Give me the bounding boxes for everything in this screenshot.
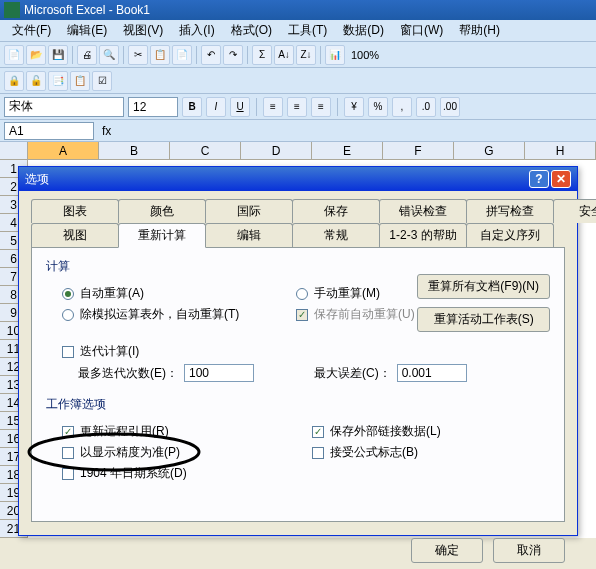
column-header[interactable]: C	[170, 142, 241, 159]
tab-颜色[interactable]: 颜色	[118, 199, 206, 223]
undo-icon[interactable]: ↶	[201, 45, 221, 65]
menu-item[interactable]: 工具(T)	[280, 20, 335, 41]
except-tables-radio[interactable]	[62, 309, 74, 321]
tab-编辑[interactable]: 编辑	[205, 223, 293, 247]
cut-icon[interactable]: ✂	[128, 45, 148, 65]
column-header[interactable]: A	[28, 142, 99, 159]
tab-错误检查[interactable]: 错误检查	[379, 199, 467, 223]
decimal-inc-icon[interactable]: .0	[416, 97, 436, 117]
recalc-sheet-button[interactable]: 重算活动工作表(S)	[417, 307, 550, 332]
accept-formula-labels-label: 接受公式标志(B)	[330, 444, 418, 461]
new-icon[interactable]: 📄	[4, 45, 24, 65]
column-header[interactable]: D	[241, 142, 312, 159]
tab-图表[interactable]: 图表	[31, 199, 119, 223]
save-external-links-label: 保存外部链接数据(L)	[330, 423, 441, 440]
column-header[interactable]: F	[383, 142, 454, 159]
preview-icon[interactable]: 🔍	[99, 45, 119, 65]
column-header[interactable]: G	[454, 142, 525, 159]
precision-as-displayed-checkbox[interactable]	[62, 447, 74, 459]
save-icon[interactable]: 💾	[48, 45, 68, 65]
comma-icon[interactable]: ,	[392, 97, 412, 117]
underline-button[interactable]: U	[230, 97, 250, 117]
update-remote-label: 更新远程引用(R)	[80, 423, 169, 440]
redo-icon[interactable]: ↷	[223, 45, 243, 65]
update-remote-checkbox[interactable]	[62, 426, 74, 438]
auto-recalc-radio[interactable]	[62, 288, 74, 300]
currency-icon[interactable]: ¥	[344, 97, 364, 117]
tab-视图[interactable]: 视图	[31, 223, 119, 247]
font-size-combo[interactable]: 12	[128, 97, 178, 117]
save-external-links-checkbox[interactable]	[312, 426, 324, 438]
manual-recalc-radio[interactable]	[296, 288, 308, 300]
manual-recalc-label: 手动重算(M)	[314, 285, 380, 302]
tab-strip: 图表颜色国际保存错误检查拼写检查安全性 视图重新计算编辑常规1-2-3 的帮助自…	[31, 199, 565, 247]
tab-重新计算[interactable]: 重新计算	[118, 223, 206, 248]
max-iter-input[interactable]	[184, 364, 254, 382]
tab-安全性[interactable]: 安全性	[553, 199, 596, 223]
tab-保存[interactable]: 保存	[292, 199, 380, 223]
align-right-icon[interactable]: ≡	[311, 97, 331, 117]
tool-icon[interactable]: ☑	[92, 71, 112, 91]
column-header[interactable]: B	[99, 142, 170, 159]
column-header[interactable]: E	[312, 142, 383, 159]
close-button[interactable]: ✕	[551, 170, 571, 188]
sort-asc-icon[interactable]: A↓	[274, 45, 294, 65]
options-dialog: 选项 ? ✕ 图表颜色国际保存错误检查拼写检查安全性 视图重新计算编辑常规1-2…	[18, 166, 578, 536]
tab-拼写检查[interactable]: 拼写检查	[466, 199, 554, 223]
calculation-group-label: 计算	[46, 258, 550, 275]
menu-item[interactable]: 插入(I)	[171, 20, 222, 41]
align-center-icon[interactable]: ≡	[287, 97, 307, 117]
recalc-before-save-checkbox	[296, 309, 308, 321]
menu-item[interactable]: 帮助(H)	[451, 20, 508, 41]
menu-item[interactable]: 视图(V)	[115, 20, 171, 41]
tool-icon[interactable]: 📋	[70, 71, 90, 91]
font-name-combo[interactable]: 宋体	[4, 97, 124, 117]
tab-国际[interactable]: 国际	[205, 199, 293, 223]
recalc-all-button[interactable]: 重算所有文档(F9)(N)	[417, 274, 550, 299]
help-button[interactable]: ?	[529, 170, 549, 188]
tool-icon[interactable]: 📑	[48, 71, 68, 91]
align-left-icon[interactable]: ≡	[263, 97, 283, 117]
sort-desc-icon[interactable]: Z↓	[296, 45, 316, 65]
select-all-corner[interactable]	[0, 142, 28, 159]
max-error-input[interactable]	[397, 364, 467, 382]
fx-icon[interactable]: fx	[102, 124, 111, 138]
tab-panel: 计算 自动重算(A) 除模拟运算表外，自动重算(T) 手动	[31, 247, 565, 522]
percent-icon[interactable]: %	[368, 97, 388, 117]
date-1904-label: 1904 年日期系统(D)	[80, 465, 187, 482]
zoom-display[interactable]: 100%	[351, 49, 379, 61]
tab-1-2-3 的帮助[interactable]: 1-2-3 的帮助	[379, 223, 467, 247]
standard-toolbar: 📄 📂 💾 🖨 🔍 ✂ 📋 📄 ↶ ↷ Σ A↓ Z↓ 📊 100%	[0, 42, 596, 68]
auto-recalc-label: 自动重算(A)	[80, 285, 144, 302]
chart-icon[interactable]: 📊	[325, 45, 345, 65]
tab-常规[interactable]: 常规	[292, 223, 380, 247]
iteration-checkbox[interactable]	[62, 346, 74, 358]
tool-icon[interactable]: 🔓	[26, 71, 46, 91]
sum-icon[interactable]: Σ	[252, 45, 272, 65]
column-headers: ABCDEFGH	[0, 142, 596, 160]
ok-button[interactable]: 确定	[411, 538, 483, 563]
dialog-titlebar: 选项 ? ✕	[19, 167, 577, 191]
menu-item[interactable]: 窗口(W)	[392, 20, 451, 41]
menu-item[interactable]: 数据(D)	[335, 20, 392, 41]
date-1904-checkbox[interactable]	[62, 468, 74, 480]
paste-icon[interactable]: 📄	[172, 45, 192, 65]
app-title: Microsoft Excel - Book1	[24, 3, 150, 17]
menu-item[interactable]: 编辑(E)	[59, 20, 115, 41]
italic-button[interactable]: I	[206, 97, 226, 117]
cancel-button[interactable]: 取消	[493, 538, 565, 563]
open-icon[interactable]: 📂	[26, 45, 46, 65]
tool-icon[interactable]: 🔒	[4, 71, 24, 91]
bold-button[interactable]: B	[182, 97, 202, 117]
copy-icon[interactable]: 📋	[150, 45, 170, 65]
decimal-dec-icon[interactable]: .00	[440, 97, 460, 117]
accept-formula-labels-checkbox[interactable]	[312, 447, 324, 459]
menu-item[interactable]: 格式(O)	[223, 20, 280, 41]
column-header[interactable]: H	[525, 142, 596, 159]
max-error-label: 最大误差(C)：	[314, 365, 391, 382]
dialog-title-text: 选项	[25, 171, 49, 188]
print-icon[interactable]: 🖨	[77, 45, 97, 65]
name-box[interactable]: A1	[4, 122, 94, 140]
tab-自定义序列[interactable]: 自定义序列	[466, 223, 554, 247]
menu-item[interactable]: 文件(F)	[4, 20, 59, 41]
